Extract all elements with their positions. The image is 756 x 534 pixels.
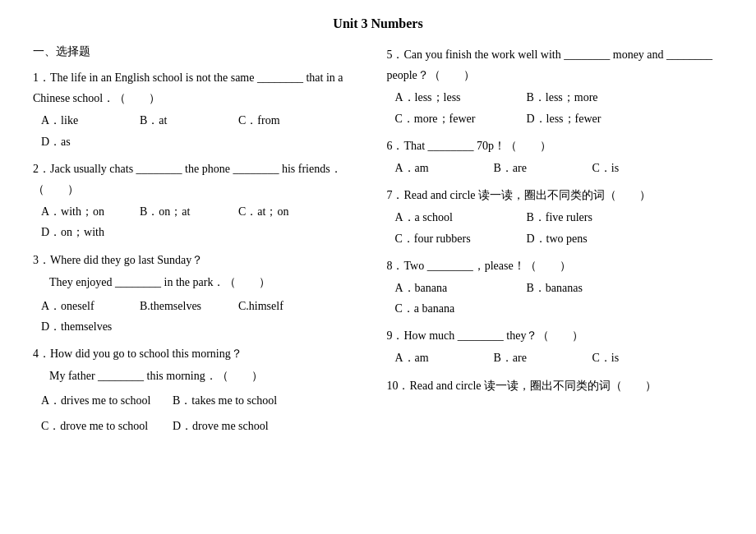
- q10-body: Read and circle 读一读，圈出不同类的词（ ）: [409, 380, 657, 392]
- q6-body: That ________ 70p！（ ）: [403, 140, 551, 152]
- q4-optD: D．drove me school: [173, 416, 296, 436]
- q1-text: 1．The life in an English school is not t…: [33, 67, 362, 108]
- q9-body: How much ________ they？（ ）: [403, 329, 583, 342]
- question-2: 2．Jack usually chats ________ the phone …: [33, 159, 362, 243]
- q4-subtext: My father ________ this morning．（ ）: [33, 366, 362, 386]
- q3-optD: D．themselves: [41, 316, 131, 337]
- question-4: 4．How did you go to school this morning？…: [33, 343, 362, 436]
- q5-num: 5．: [386, 48, 403, 61]
- q8-text: 8．Two ________，please！（ ）: [386, 255, 723, 276]
- q2-optA: A．with；on: [41, 201, 131, 222]
- q4-optC: C．drove me to school: [41, 416, 164, 436]
- q4-num: 4．: [33, 348, 50, 360]
- q2-options: A．with；on B．on；at C．at；on D．on；with: [33, 201, 362, 242]
- q7-optB: B．five rulers: [526, 207, 649, 228]
- right-column: 5．Can you finish the work well with ____…: [378, 44, 723, 443]
- q6-options: A．am B．are C．is: [386, 158, 723, 178]
- q3-optB: B.themselves: [140, 296, 230, 316]
- q9-optC: C．is: [592, 348, 682, 368]
- q9-options: A．am B．are C．is: [386, 348, 723, 368]
- left-column: 一、选择题 1．The life in an English school is…: [33, 44, 378, 443]
- q9-optB: B．are: [493, 348, 583, 368]
- q2-optB: B．on；at: [140, 201, 230, 222]
- q7-text: 7．Read and circle 读一读，圈出不同类的词（ ）: [386, 185, 723, 205]
- q2-body: Jack usually chats ________ the phone __…: [33, 163, 342, 196]
- question-6: 6．That ________ 70p！（ ） A．am B．are C．is: [386, 136, 723, 178]
- q6-optB: B．are: [493, 158, 583, 178]
- q9-optA: A．am: [394, 348, 485, 368]
- q6-optC: C．is: [592, 158, 682, 178]
- q3-num: 3．: [33, 254, 50, 266]
- question-10: 10．Read and circle 读一读，圈出不同类的词（ ）: [386, 375, 723, 396]
- question-1: 1．The life in an English school is not t…: [33, 67, 362, 152]
- q3-body: Where did they go last Sunday？: [50, 254, 203, 266]
- q5-optC: C．more；fewer: [394, 108, 518, 129]
- q8-options: A．banana B．bananas C．a banana: [386, 278, 723, 319]
- q1-options: A．like B．at C．from D．as: [33, 110, 362, 151]
- section-header: 一、选择题: [33, 44, 362, 59]
- q2-num: 2．: [33, 163, 50, 175]
- q7-options: A．a school B．five rulers C．four rubbers …: [386, 207, 723, 248]
- q9-num: 9．: [386, 329, 403, 342]
- q5-options: A．less；less B．less；more C．more；fewer D．l…: [386, 87, 723, 128]
- q7-optD: D．two pens: [526, 228, 649, 249]
- q4-body: How did you go to school this morning？: [50, 348, 242, 360]
- q7-num: 7．: [386, 189, 403, 201]
- q3-options: A．oneself B.themselves C.himself D．thems…: [33, 296, 362, 337]
- q5-optD: D．less；fewer: [526, 108, 649, 129]
- q1-body: The life in an English school is not the…: [33, 71, 343, 104]
- q8-body: Two ________，please！（ ）: [403, 260, 570, 272]
- q2-text: 2．Jack usually chats ________ the phone …: [33, 159, 362, 200]
- q1-optA: A．like: [41, 110, 131, 131]
- q4-options-row2: C．drove me to school D．drove me school: [33, 416, 362, 436]
- q3-optC: C.himself: [238, 296, 329, 316]
- q5-optB: B．less；more: [526, 87, 649, 108]
- q8-num: 8．: [386, 260, 403, 272]
- q2-optD: D．on；with: [41, 222, 131, 242]
- q7-body: Read and circle 读一读，圈出不同类的词（ ）: [403, 189, 651, 201]
- q3-text: 3．Where did they go last Sunday？: [33, 250, 362, 270]
- question-8: 8．Two ________，please！（ ） A．banana B．ban…: [386, 255, 723, 320]
- q4-optA: A．drives me to school: [41, 390, 164, 411]
- q1-optB: B．at: [140, 110, 230, 131]
- question-7: 7．Read and circle 读一读，圈出不同类的词（ ） A．a sch…: [386, 185, 723, 249]
- q7-optC: C．four rubbers: [394, 228, 518, 249]
- q6-num: 6．: [386, 140, 403, 152]
- q3-optA: A．oneself: [41, 296, 131, 316]
- q7-optA: A．a school: [394, 207, 518, 228]
- page-title: Unit 3 Numbers: [33, 16, 723, 31]
- question-9: 9．How much ________ they？（ ） A．am B．are …: [386, 325, 723, 368]
- q8-optB: B．bananas: [526, 278, 649, 298]
- q8-optC: C．a banana: [394, 298, 518, 319]
- q9-text: 9．How much ________ they？（ ）: [386, 325, 723, 346]
- q5-body: Can you finish the work well with ______…: [386, 48, 712, 81]
- q1-num: 1．: [33, 71, 50, 84]
- q1-optC: C．from: [238, 110, 329, 131]
- q4-text: 4．How did you go to school this morning？: [33, 343, 362, 364]
- q8-optA: A．banana: [394, 278, 518, 298]
- question-5: 5．Can you finish the work well with ____…: [386, 44, 723, 129]
- q10-num: 10．: [386, 380, 409, 392]
- q5-optA: A．less；less: [394, 87, 518, 108]
- question-3: 3．Where did they go last Sunday？ They en…: [33, 250, 362, 338]
- q1-optD: D．as: [41, 131, 131, 152]
- q2-optC: C．at；on: [238, 201, 329, 222]
- q10-text: 10．Read and circle 读一读，圈出不同类的词（ ）: [386, 375, 723, 396]
- q5-text: 5．Can you finish the work well with ____…: [386, 44, 723, 85]
- q6-optA: A．am: [394, 158, 485, 178]
- q4-optB: B．takes me to school: [173, 390, 296, 411]
- q4-options-row1: A．drives me to school B．takes me to scho…: [33, 390, 362, 411]
- q6-text: 6．That ________ 70p！（ ）: [386, 136, 723, 156]
- q3-subtext: They enjoyed ________ in the park．（ ）: [33, 272, 362, 292]
